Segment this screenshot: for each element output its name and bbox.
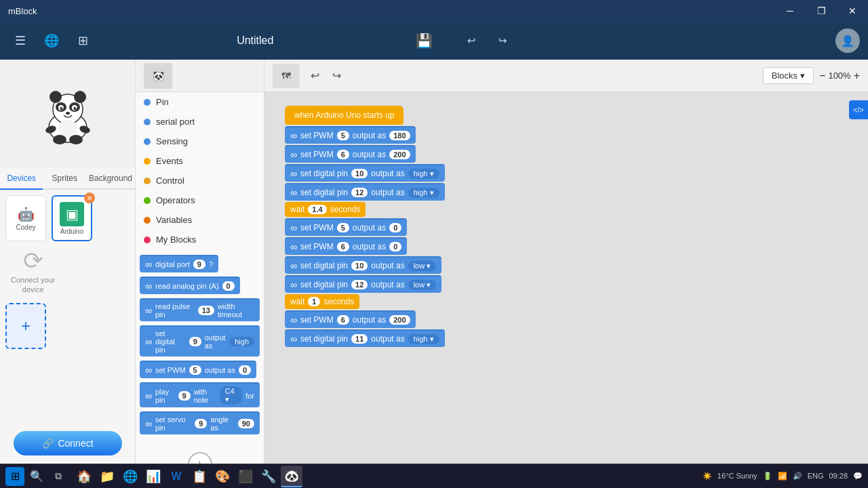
device-row: 🤖 Codey ✕ ▣ Arduino ⟳ Connect your devic… [5,195,130,295]
palette-block-servo[interactable]: ∞ set servo pin 9 angle as 90 [140,411,260,434]
palette-dot-operators [144,197,151,204]
taskbar-app-mblock[interactable]: 🐼 [281,466,302,487]
save-button[interactable]: 💾 [416,33,433,49]
palette-dot-variables [144,217,151,224]
block-set-digital-12-high[interactable]: ∞ set digital pin 12 output as high ▾ [285,183,445,201]
canvas-container: 🗺 ↩ ↪ Blocks ▾ − 100% + </> [264,60,868,464]
add-device-button[interactable]: + [5,303,46,349]
left-panel: Devices Sprites Background 🤖 Codey ✕ ▣ A… [0,60,136,464]
palette-item-control[interactable]: Control [136,171,264,190]
device-remove-button[interactable]: ✕ [84,192,95,203]
block-set-digital-10-high[interactable]: ∞ set digital pin 10 output as high ▾ [285,164,445,182]
svg-point-2 [50,91,62,103]
expand-code-button[interactable]: </> [849,100,868,119]
canvas-undo-button[interactable]: ↩ [305,66,324,85]
canvas-toolbar: 🗺 ↩ ↪ Blocks ▾ − 100% + [264,60,868,92]
undo-redo-group: ↩ ↪ [305,66,346,85]
tabs-row: Devices Sprites Background [0,168,135,190]
taskbar-app-5[interactable]: 📋 [189,466,210,487]
connect-button-label: Connect [58,438,93,449]
connect-device-placeholder: ⟳ Connect your device [11,247,55,295]
block-set-pwm-5-0[interactable]: ∞ set PWM 5 output as 0 [285,218,407,236]
task-view-button[interactable]: ⧉ [49,467,68,486]
taskbar-app-2[interactable]: 🌐 [119,466,141,487]
app-name: mBlock [8,6,37,16]
tab-devices[interactable]: Devices [0,168,43,190]
close-button[interactable]: ✕ [837,0,868,22]
palette-block-read-pulse[interactable]: ∞ read pulse pin 13 width timeout [140,298,260,321]
maximize-button[interactable]: ❐ [806,0,837,22]
taskbar-app-1[interactable]: 📁 [96,466,118,487]
blocks-mode-button[interactable]: Blocks ▾ [763,67,814,84]
taskbar-app-7[interactable]: ⬛ [235,466,256,487]
panda-area [0,60,135,168]
user-avatar[interactable]: 👤 [835,28,860,53]
block-set-pwm-6-0[interactable]: ∞ set PWM 6 output as 0 [285,237,407,255]
volume-icon: 🔊 [793,472,802,481]
minimize-button[interactable]: ─ [774,0,806,22]
palette-item-myblocks[interactable]: My Blocks [136,230,264,249]
palette-item-variables[interactable]: Variables [136,210,264,230]
program-block-stack: when Arduino Uno starts up ∞ set PWM 5 o… [285,106,445,347]
taskbar: ⊞ 🔍 ⧉ 🏠 📁 🌐 📊 W 📋 🎨 ⬛ 🔧 🐼 ☀️ 16°C Sunny … [0,464,868,488]
svg-point-8 [60,107,63,110]
tab-sprites[interactable]: Sprites [43,168,85,190]
palette-block-digital-port[interactable]: ∞ digital port 9 ? [140,255,218,272]
palette-item-serial[interactable]: serial port [136,112,264,131]
taskbar-app-6[interactable]: 🎨 [212,466,233,487]
block-set-pwm-6-200-2[interactable]: ∞ set PWM 6 output as 200 [285,310,416,328]
zoom-in-button[interactable]: + [854,70,860,82]
device-arduino-label: Arduino [60,228,83,235]
palette-block-read-analog[interactable]: ∞ read analog pin (A) 0 [140,277,240,294]
palette-toolbar: 🐼 [136,60,264,92]
svg-point-15 [53,135,66,144]
palette-blocks-list: ∞ digital port 9 ? ∞ read analog pin (A)… [136,249,264,440]
tab-background[interactable]: Background [86,168,135,190]
block-wait-1.4[interactable]: wait 1.4 seconds [285,202,366,217]
block-wait-1[interactable]: wait 1 seconds [285,294,359,309]
block-set-digital-12-low[interactable]: ∞ set digital pin 12 output as low ▾ [285,275,441,293]
taskbar-app-0[interactable]: 🏠 [73,466,95,487]
taskbar-app-3[interactable]: 📊 [142,466,164,487]
weather-icon: ☀️ [703,472,712,481]
globe-button[interactable]: 🌐 [39,28,64,53]
device-codey[interactable]: 🤖 Codey [5,195,46,241]
block-set-pwm-5-180[interactable]: ∞ set PWM 5 output as 180 [285,126,416,144]
device-arduino[interactable]: ✕ ▣ Arduino [52,195,92,241]
palette-block-set-pwm[interactable]: ∞ set PWM 5 output as 0 [140,361,256,378]
palette-item-events[interactable]: Events [136,151,264,171]
sprite-thumbnail[interactable]: 🐼 [144,63,172,89]
blocks-mode-area: Blocks ▾ [763,67,814,84]
header: ☰ 🌐 ⊞ Untitled 💾 ↩ ↪ 👤 [0,22,868,60]
palette-block-set-digital-pin[interactable]: ∞ set digital pin 9 output as high [140,325,260,357]
block-set-digital-11-high[interactable]: ∞ set digital pin 11 output as high ▾ [285,329,445,347]
notification-icon: 💬 [853,472,863,481]
block-set-pwm-6-200[interactable]: ∞ set PWM 6 output as 200 [285,145,416,163]
add-device-row: + [5,303,130,349]
trigger-block[interactable]: when Arduino Uno starts up [285,106,403,125]
undo-button[interactable]: ↩ [460,28,484,53]
zoom-controls: − 100% + [819,70,860,82]
palette-item-sensing[interactable]: Sensing [136,131,264,151]
search-button[interactable]: 🔍 [27,467,46,486]
canvas-redo-button[interactable]: ↪ [327,66,346,85]
apps-button[interactable]: ⊞ [71,28,95,53]
palette-item-pin[interactable]: Pin [136,92,264,112]
connect-button[interactable]: 🔗 Connect [14,431,122,455]
block-set-digital-10-low[interactable]: ∞ set digital pin 10 output as low ▾ [285,256,441,274]
add-block-button[interactable]: + [188,452,212,464]
taskbar-app-8[interactable]: 🔧 [258,466,279,487]
panda-mascot [41,83,95,144]
taskbar-app-4[interactable]: W [165,466,187,487]
connect-icon-symbol: 🔗 [42,438,54,449]
taskbar-apps: 🏠 📁 🌐 📊 W 📋 🎨 ⬛ 🔧 🐼 [73,466,302,487]
zoom-level: 100% [828,70,850,81]
thumbnail-preview[interactable]: 🗺 [273,64,300,88]
palette-item-operators[interactable]: Operators [136,190,264,210]
menu-button[interactable]: ☰ [8,28,33,53]
start-button[interactable]: ⊞ [5,467,24,486]
palette-block-play-pin[interactable]: ∞ play pin 9 with note C4 ▾ for [140,382,260,407]
zoom-out-button[interactable]: − [819,70,825,82]
weather-text: 16°C Sunny [717,472,757,480]
redo-button[interactable]: ↪ [491,28,515,53]
